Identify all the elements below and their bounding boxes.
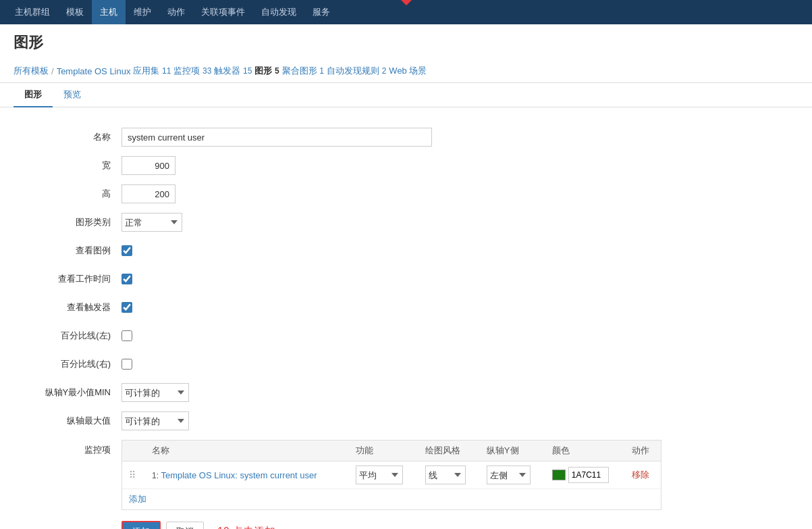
- name-label: 名称: [13, 131, 121, 143]
- color-input[interactable]: [568, 467, 609, 483]
- item-link[interactable]: Template OS Linux: system current user: [161, 470, 317, 480]
- show-legend-row: 查看图例: [13, 241, 799, 260]
- color-cell: [552, 467, 619, 483]
- y-min-select[interactable]: 可计算的 固定的 简单的: [121, 383, 189, 402]
- breadcrumb-triggers[interactable]: 触发器 15: [214, 65, 252, 77]
- draw-style-select[interactable]: 线 填充 粗线 虚线: [425, 465, 466, 484]
- nav-host-groups[interactable]: 主机群组: [7, 0, 58, 24]
- y-min-row: 纵轴Y最小值MIN 可计算的 固定的 简单的: [13, 383, 799, 402]
- page-header: 图形 所有模板 / Template OS Linux 应用集 11 监控项 3…: [0, 24, 812, 83]
- col-name: 名称: [145, 440, 349, 461]
- breadcrumb-graphs[interactable]: 图形 5: [254, 65, 279, 77]
- col-draw-style: 绘图风格: [418, 440, 480, 461]
- graph-type-select[interactable]: 正常 堆叠 饼图 爆炸图: [121, 213, 182, 232]
- graph-type-label: 图形类别: [13, 216, 121, 228]
- monitor-table-wrapper: 名称 功能 绘图风格 纵轴Y侧 颜色 动作 ⠿: [121, 440, 661, 510]
- show-working-label: 查看工作时间: [13, 273, 121, 285]
- col-y-axis: 纵轴Y侧: [480, 440, 545, 461]
- height-label: 高: [13, 188, 121, 200]
- submit-button[interactable]: 添加: [121, 521, 161, 529]
- show-working-row: 查看工作时间: [13, 270, 799, 288]
- nav-autodiscovery[interactable]: 自动发现: [253, 0, 304, 24]
- table-row: ⠿ 1: Template OS Linux: system current u…: [122, 461, 661, 489]
- col-function: 功能: [349, 440, 418, 461]
- graph-type-row: 图形类别 正常 堆叠 饼图 爆炸图: [13, 213, 799, 232]
- nav-maintenance[interactable]: 维护: [126, 0, 159, 24]
- add-link-row: 添加: [122, 489, 661, 510]
- y-axis-select[interactable]: 左侧 右侧: [487, 465, 531, 484]
- annotation-text: 19.点击添加: [217, 525, 275, 530]
- breadcrumb-monitors[interactable]: 监控项 33: [173, 65, 211, 77]
- breadcrumb-all-templates[interactable]: 所有模板: [13, 65, 49, 77]
- drag-handle[interactable]: ⠿: [129, 470, 138, 480]
- name-row: 名称: [13, 128, 799, 147]
- percent-right-row: 百分比线(右): [13, 355, 799, 374]
- breadcrumb-agg[interactable]: 聚合图形 1: [282, 65, 324, 77]
- monitor-row: 监控项 名称 功能 绘图风格 纵轴Y侧 颜色 动作: [13, 440, 799, 510]
- nav-hosts[interactable]: 主机: [92, 0, 126, 24]
- col-action: 动作: [625, 440, 661, 461]
- breadcrumb-autodiscover[interactable]: 自动发现规则 2: [327, 65, 386, 77]
- page-title: 图形: [13, 32, 799, 53]
- show-trigger-checkbox[interactable]: [121, 302, 132, 313]
- tab-graph[interactable]: 图形: [13, 83, 53, 107]
- name-input[interactable]: [121, 128, 432, 147]
- breadcrumb-template[interactable]: Template OS Linux: [57, 66, 131, 76]
- button-row: 添加 取消 19.点击添加: [13, 521, 799, 529]
- breadcrumb-sep1: /: [51, 66, 54, 76]
- percent-right-checkbox[interactable]: [121, 359, 132, 370]
- tab-preview[interactable]: 预览: [53, 83, 92, 107]
- width-row: 宽: [13, 156, 799, 175]
- col-color: 颜色: [545, 440, 626, 461]
- height-input[interactable]: [121, 184, 175, 203]
- remove-link[interactable]: 移除: [632, 470, 649, 480]
- breadcrumb-apps[interactable]: 应用集 11: [133, 65, 171, 77]
- percent-left-checkbox[interactable]: [121, 330, 132, 341]
- main-content: 名称 宽 高 图形类别 正常 堆叠 饼图 爆炸图 查看图例: [0, 107, 812, 529]
- monitor-label: 监控项: [13, 440, 121, 456]
- y-min-label: 纵轴Y最小值MIN: [13, 386, 121, 399]
- percent-left-row: 百分比线(左): [13, 326, 799, 345]
- percent-right-label: 百分比线(右): [13, 358, 121, 370]
- show-legend-checkbox[interactable]: [121, 245, 132, 256]
- height-row: 高: [13, 184, 799, 203]
- table-add-link[interactable]: 添加: [129, 494, 146, 504]
- color-swatch: [552, 470, 566, 480]
- nav-services[interactable]: 服务: [304, 0, 338, 24]
- show-trigger-label: 查看触发器: [13, 301, 121, 313]
- nav-related-events[interactable]: 关联项事件: [193, 0, 253, 24]
- width-label: 宽: [13, 159, 121, 172]
- show-trigger-row: 查看触发器: [13, 298, 799, 317]
- y-max-select[interactable]: 可计算的 固定的 简单的: [121, 411, 189, 430]
- form-section: 名称 宽 高 图形类别 正常 堆叠 饼图 爆炸图 查看图例: [13, 121, 799, 529]
- function-select[interactable]: 平均 最小 最大 全部: [356, 465, 403, 484]
- tab-bar: 图形 预览: [0, 83, 812, 107]
- nav-templates[interactable]: 模板: [58, 0, 92, 24]
- y-max-row: 纵轴最大值 可计算的 固定的 简单的: [13, 411, 799, 430]
- breadcrumb-webscene[interactable]: Web 场景: [389, 65, 427, 77]
- width-input[interactable]: [121, 156, 175, 175]
- nav-actions[interactable]: 动作: [159, 0, 193, 24]
- percent-left-label: 百分比线(左): [13, 330, 121, 342]
- y-max-label: 纵轴最大值: [13, 415, 121, 427]
- cancel-button[interactable]: 取消: [166, 522, 204, 529]
- show-legend-label: 查看图例: [13, 245, 121, 257]
- monitor-table: 名称 功能 绘图风格 纵轴Y侧 颜色 动作 ⠿: [122, 440, 661, 509]
- row-index: 1:: [152, 471, 159, 480]
- show-working-checkbox[interactable]: [121, 274, 132, 284]
- breadcrumb: 所有模板 / Template OS Linux 应用集 11 监控项 33 触…: [13, 59, 799, 82]
